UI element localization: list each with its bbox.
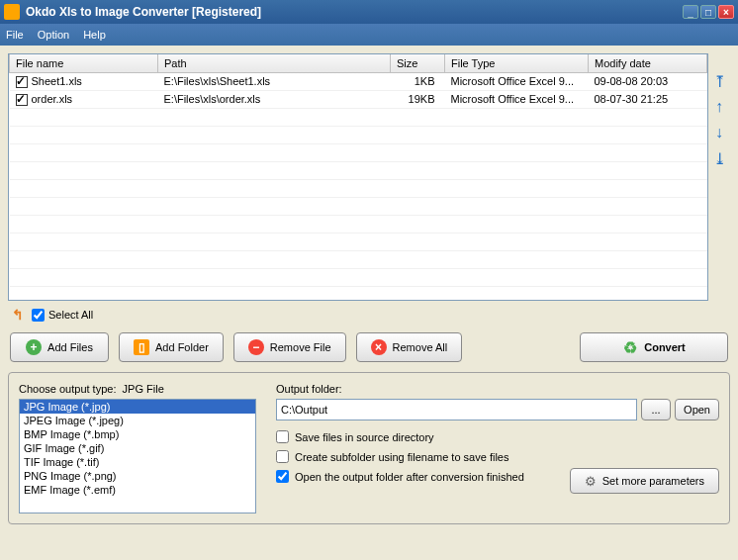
convert-button[interactable]: ♻ Convert [580,332,728,362]
minimize-button[interactable]: _ [683,5,698,19]
list-item[interactable]: EMF Image (*.emf) [20,483,255,497]
col-size[interactable]: Size [391,54,445,72]
menubar: File Option Help [0,24,738,46]
x-icon: × [371,339,387,355]
file-list[interactable]: File name Path Size File Type Modify dat… [8,53,708,301]
select-all-checkbox[interactable]: Select All [32,309,93,322]
move-up-icon[interactable]: ↑ [711,99,727,115]
close-button[interactable]: × [718,5,734,19]
table-row[interactable]: order.xlsE:\Files\xls\order.xls19KBMicro… [10,90,707,108]
row-checkbox[interactable] [16,94,28,106]
col-filetype[interactable]: File Type [445,54,589,72]
menu-file[interactable]: File [6,29,24,41]
subfolder-label: Create subfolder using filename to save … [295,451,508,463]
side-arrows: ⤒ ↑ ↓ ⤓ [708,53,730,301]
save-source-checkbox[interactable] [276,430,289,443]
window-title: Okdo Xls to Image Converter [Registered] [26,5,681,19]
col-filename[interactable]: File name [10,54,158,72]
move-bottom-icon[interactable]: ⤓ [711,150,727,166]
output-type-list[interactable]: JPG Image (*.jpg)JPEG Image (*.jpeg)BMP … [19,399,256,513]
more-parameters-button[interactable]: ⚙ Set more parameters [570,468,719,494]
list-item[interactable]: PNG Image (*.png) [20,469,255,483]
add-files-button[interactable]: + Add Files [10,332,109,362]
convert-icon: ♻ [622,339,638,355]
minus-icon: − [248,339,264,355]
move-top-icon[interactable]: ⤒ [711,73,727,89]
output-type-current: JPG File [123,383,164,395]
app-icon [4,4,20,20]
subfolder-checkbox[interactable] [276,450,289,463]
maximize-button[interactable]: □ [700,5,716,19]
col-path[interactable]: Path [158,54,391,72]
list-item[interactable]: BMP Image (*.bmp) [20,427,255,441]
output-type-label: Choose output type: [19,383,116,395]
open-after-label: Open the output folder after conversion … [295,471,524,483]
row-checkbox[interactable] [16,76,28,88]
open-folder-button[interactable]: Open [675,399,719,420]
list-item[interactable]: TIF Image (*.tif) [20,455,255,469]
remove-file-button[interactable]: − Remove File [233,332,346,362]
list-item[interactable]: JPEG Image (*.jpeg) [20,414,255,427]
move-down-icon[interactable]: ↓ [711,125,727,140]
menu-help[interactable]: Help [83,29,106,41]
output-folder-label: Output folder: [276,383,719,395]
plus-icon: + [26,339,42,355]
add-folder-button[interactable]: ▯ Add Folder [119,332,224,362]
list-item[interactable]: GIF Image (*.gif) [20,441,255,455]
select-all-label: Select All [48,309,93,321]
bottom-panel: Choose output type: JPG File JPG Image (… [8,372,730,524]
table-row[interactable]: Sheet1.xlsE:\Files\xls\Sheet1.xls1KBMicr… [10,72,707,90]
gear-icon: ⚙ [585,474,597,489]
client-area: File name Path Size File Type Modify dat… [0,46,738,560]
folder-icon: ▯ [134,339,149,355]
menu-option[interactable]: Option [38,29,69,41]
col-modify[interactable]: Modify date [589,54,707,72]
save-source-label: Save files in source directory [295,431,434,443]
output-folder-input[interactable] [276,399,637,420]
list-item[interactable]: JPG Image (*.jpg) [20,400,255,414]
remove-all-button[interactable]: × Remove All [356,332,463,362]
open-after-checkbox[interactable] [276,470,289,483]
up-folder-icon[interactable]: ↰ [12,307,24,323]
browse-button[interactable]: ... [641,399,671,420]
titlebar: Okdo Xls to Image Converter [Registered]… [0,0,738,24]
